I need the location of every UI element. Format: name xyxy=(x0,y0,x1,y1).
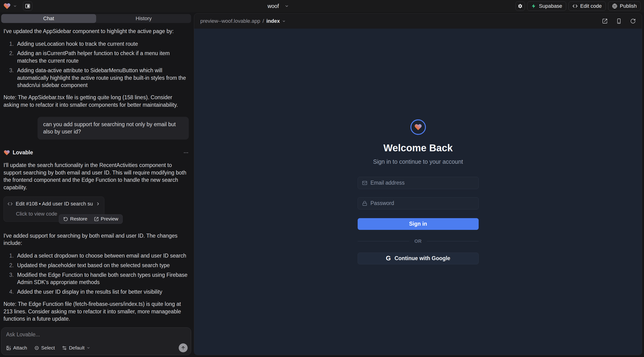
preview-url-host: preview--woof.lovable.app xyxy=(200,18,260,24)
select-button[interactable]: Select xyxy=(34,345,55,351)
mail-icon xyxy=(362,180,367,186)
send-button[interactable] xyxy=(179,344,188,352)
restore-label: Restore xyxy=(70,216,88,222)
lock-icon xyxy=(362,201,367,206)
auth-card: Welcome Back Sign in to continue to your… xyxy=(358,120,479,264)
supabase-button[interactable]: Supabase xyxy=(527,2,566,11)
user-message-bubble: can you add support for searching not on… xyxy=(38,117,189,140)
composer: Attach Select Default xyxy=(1,328,191,355)
assistant-list: Adding useLocation hook to track the cur… xyxy=(4,40,189,89)
auth-title: Welcome Back xyxy=(384,142,453,154)
code-icon xyxy=(8,201,13,206)
assistant-header: Lovable xyxy=(4,149,189,156)
preview-url-separator: / xyxy=(263,18,264,24)
select-label: Select xyxy=(41,345,55,351)
chat-panel: Chat History I've updated the AppSidebar… xyxy=(0,12,192,357)
preview-url-bar: preview--woof.lovable.app / index xyxy=(194,14,642,28)
assistant-message-text: Note: The AppSidebar.tsx file is getting… xyxy=(4,94,189,108)
tab-history[interactable]: History xyxy=(96,14,191,23)
list-item: Added a select dropdown to choose betwee… xyxy=(15,252,189,260)
supabase-bolt-icon xyxy=(531,4,536,9)
edit-toolbar: Restore Preview xyxy=(59,214,123,224)
auth-subtitle: Sign in to continue to your account xyxy=(373,158,463,165)
open-in-new-tab-icon[interactable] xyxy=(602,18,608,24)
lovable-heart-icon xyxy=(3,2,11,10)
list-item: Adding useLocation hook to track the cur… xyxy=(15,40,189,48)
project-name: woof xyxy=(268,3,279,10)
edit-code-button[interactable]: Edit code xyxy=(568,2,606,11)
preview-url-dropdown[interactable]: preview--woof.lovable.app / index xyxy=(200,18,286,24)
list-item: Updated the placeholder text based on th… xyxy=(15,262,189,269)
email-field[interactable] xyxy=(370,180,474,186)
list-item: Adding data-active attribute to SidebarM… xyxy=(15,67,189,89)
preview-button[interactable]: Preview xyxy=(94,216,118,222)
restore-button[interactable]: Restore xyxy=(63,216,88,222)
chat-input[interactable] xyxy=(6,332,186,342)
mobile-view-icon[interactable] xyxy=(616,18,622,24)
sign-in-label: Sign in xyxy=(409,221,427,227)
password-field-wrap xyxy=(358,197,479,210)
external-link-icon xyxy=(94,217,99,222)
preview-panel: preview--woof.lovable.app / index xyxy=(194,13,642,355)
gear-icon xyxy=(518,4,523,9)
password-field[interactable] xyxy=(370,200,474,206)
chevron-down-icon xyxy=(13,4,17,8)
restore-icon xyxy=(63,217,68,222)
list-item: Adding an isCurrentPath helper function … xyxy=(15,50,189,64)
tab-chat[interactable]: Chat xyxy=(1,14,96,23)
chevron-down-icon xyxy=(86,346,90,350)
continue-with-google-button[interactable]: G Continue with Google xyxy=(358,252,479,264)
list-item: Modified the Edge Function to handle bot… xyxy=(15,272,189,286)
project-title-dropdown[interactable]: woof xyxy=(268,3,289,10)
google-label: Continue with Google xyxy=(394,255,450,262)
arrow-up-icon xyxy=(181,346,186,350)
assistant-list: Added a select dropdown to choose betwee… xyxy=(4,252,189,296)
app-logo xyxy=(410,120,426,135)
chat-messages: I've updated the AppSidebar component to… xyxy=(1,23,191,325)
assistant-message-text: Note: The Edge Function file (fetch-fire… xyxy=(4,300,189,323)
assistant-message-text: I'll update the search functionality in … xyxy=(4,162,189,192)
tab-chat-label: Chat xyxy=(43,16,54,22)
user-message-text: can you add support for searching not on… xyxy=(43,121,176,135)
or-label: OR xyxy=(414,238,422,244)
preview-url-page: index xyxy=(266,18,280,24)
google-g-icon: G xyxy=(386,255,391,262)
edit-card-wrap: Edit #108 • Add user ID search supp... C… xyxy=(4,196,189,224)
sliders-icon xyxy=(62,346,67,350)
or-divider: OR xyxy=(358,238,479,244)
tab-history-label: History xyxy=(136,16,152,22)
globe-icon xyxy=(612,4,617,9)
preview-label: Preview xyxy=(101,216,118,222)
preview-iframe: Welcome Back Sign in to continue to your… xyxy=(194,28,642,355)
attach-button[interactable]: Attach xyxy=(6,345,27,351)
refresh-icon[interactable] xyxy=(630,18,636,24)
heart-icon xyxy=(414,123,422,131)
publish-label: Publish xyxy=(620,3,637,9)
image-plus-icon xyxy=(6,346,11,350)
chat-history-tabs: Chat History xyxy=(1,14,191,23)
edit-code-label: Edit code xyxy=(580,3,602,9)
sidebar-toggle-button[interactable] xyxy=(23,2,32,11)
lovable-heart-icon xyxy=(4,150,10,156)
publish-button[interactable]: Publish xyxy=(608,2,641,11)
mode-label: Default xyxy=(69,345,85,351)
supabase-label: Supabase xyxy=(539,3,562,9)
assistant-name: Lovable xyxy=(13,149,33,156)
chevron-right-icon xyxy=(96,202,100,206)
assistant-message-text: I've added support for searching by both… xyxy=(4,232,189,247)
lovable-logo-menu[interactable] xyxy=(3,2,17,10)
mode-dropdown[interactable]: Default xyxy=(62,345,90,351)
topbar: woof Supabase Edit code Publish xyxy=(0,0,644,12)
list-item: Added the user ID display in the results… xyxy=(15,288,189,296)
sign-in-button[interactable]: Sign in xyxy=(358,218,479,230)
settings-button[interactable] xyxy=(516,2,525,11)
panel-left-icon xyxy=(25,3,30,9)
target-icon xyxy=(34,346,39,350)
attach-label: Attach xyxy=(13,345,27,351)
chevron-down-icon xyxy=(284,4,289,8)
assistant-message-text: I've updated the AppSidebar component to… xyxy=(4,28,189,35)
email-field-wrap xyxy=(358,177,479,189)
chevron-down-icon xyxy=(282,20,286,23)
edit-card-title: Edit #108 • Add user ID search supp... xyxy=(16,200,93,207)
message-menu-ellipsis-icon[interactable] xyxy=(183,150,189,156)
